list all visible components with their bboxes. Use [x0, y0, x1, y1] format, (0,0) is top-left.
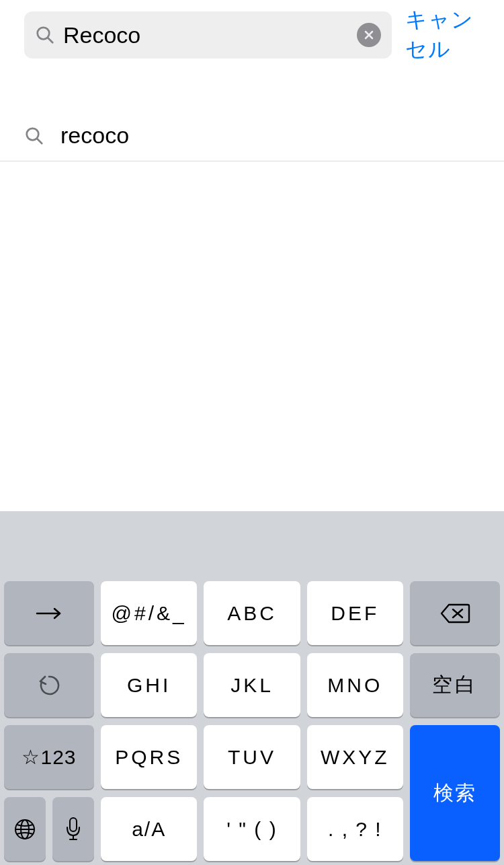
- abc-key[interactable]: ABC: [204, 581, 300, 645]
- suggestions-list: recoco: [0, 110, 504, 161]
- tuv-key[interactable]: TUV: [204, 725, 300, 789]
- wxyz-key[interactable]: WXYZ: [307, 725, 403, 789]
- ghi-key[interactable]: GHI: [101, 653, 197, 717]
- search-input[interactable]: [63, 22, 349, 48]
- space-key[interactable]: 空白: [410, 653, 500, 717]
- punct-key[interactable]: . , ? !: [307, 797, 403, 861]
- number-mode-key[interactable]: ☆123: [4, 725, 94, 789]
- suggestion-item[interactable]: recoco: [0, 110, 504, 161]
- globe-icon: [13, 818, 36, 841]
- mic-icon: [65, 817, 82, 842]
- next-candidate-key[interactable]: [4, 581, 94, 645]
- case-key[interactable]: a/A: [101, 797, 197, 861]
- backspace-key[interactable]: [410, 581, 500, 645]
- search-icon: [35, 25, 55, 45]
- def-key[interactable]: DEF: [307, 581, 403, 645]
- globe-key[interactable]: [4, 797, 46, 861]
- svg-rect-12: [70, 818, 77, 831]
- svg-line-1: [48, 38, 52, 42]
- undo-key[interactable]: [4, 653, 94, 717]
- mic-key[interactable]: [52, 797, 94, 861]
- content-area: [0, 161, 504, 511]
- close-icon: [364, 30, 374, 40]
- search-header: キャンセル: [0, 0, 504, 70]
- arrow-right-icon: [36, 605, 62, 622]
- search-key[interactable]: 検索: [410, 725, 500, 861]
- jkl-key[interactable]: JKL: [204, 653, 300, 717]
- clear-button[interactable]: [357, 23, 381, 47]
- keyboard: @#/&_ ABC DEF GHI JKL MNO 空白 ☆123: [0, 511, 504, 865]
- cancel-button[interactable]: キャンセル: [405, 5, 491, 65]
- symbols-key[interactable]: @#/&_: [101, 581, 197, 645]
- pqrs-key[interactable]: PQRS: [101, 725, 197, 789]
- undo-icon: [38, 673, 60, 698]
- search-box[interactable]: [24, 11, 392, 59]
- backspace-icon: [439, 603, 470, 624]
- search-icon: [24, 126, 44, 146]
- keyboard-toolbar: [4, 517, 500, 573]
- mno-key[interactable]: MNO: [307, 653, 403, 717]
- svg-line-5: [37, 139, 42, 143]
- quotes-key[interactable]: ' " ( ): [204, 797, 300, 861]
- suggestion-text: recoco: [60, 122, 129, 149]
